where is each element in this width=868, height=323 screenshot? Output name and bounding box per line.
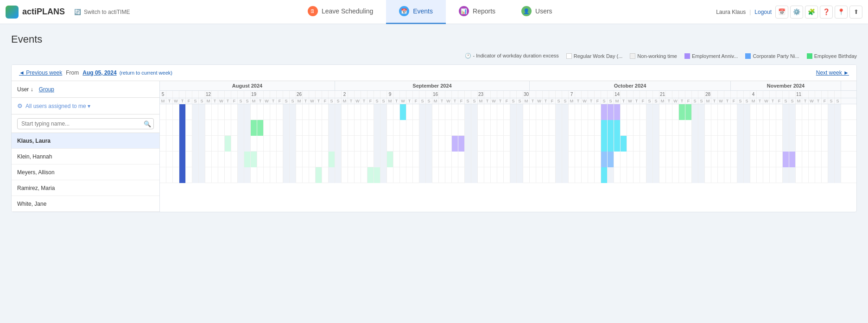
day-cell[interactable] — [335, 120, 342, 136]
day-cell[interactable] — [257, 104, 264, 120]
day-cell[interactable] — [432, 152, 439, 167]
day-cell[interactable] — [614, 167, 621, 183]
day-cell[interactable] — [432, 120, 439, 136]
day-cell[interactable] — [504, 152, 510, 167]
day-cell[interactable] — [750, 136, 757, 152]
day-cell[interactable] — [257, 152, 264, 167]
day-cell[interactable] — [179, 136, 186, 152]
day-cell[interactable] — [458, 104, 465, 120]
day-cell[interactable] — [679, 120, 685, 136]
day-cell[interactable] — [316, 136, 322, 152]
day-cell[interactable] — [510, 120, 517, 136]
day-cell[interactable] — [763, 120, 770, 136]
day-cell[interactable] — [458, 120, 465, 136]
day-cell[interactable] — [355, 120, 361, 136]
day-cell[interactable] — [685, 152, 692, 167]
day-cell[interactable] — [348, 152, 355, 167]
day-cell[interactable] — [504, 120, 510, 136]
user-row-3[interactable]: Ramirez, Maria — [12, 180, 159, 196]
day-cell[interactable] — [517, 136, 523, 152]
day-cell[interactable] — [796, 167, 802, 183]
day-cell[interactable] — [419, 120, 426, 136]
day-cell[interactable] — [270, 120, 277, 136]
day-cell[interactable] — [179, 104, 186, 120]
day-cell[interactable] — [497, 104, 504, 120]
day-cell[interactable] — [478, 136, 484, 152]
day-cell[interactable] — [659, 104, 666, 120]
day-cell[interactable] — [432, 104, 439, 120]
day-cell[interactable] — [549, 167, 556, 183]
day-cell[interactable] — [296, 167, 303, 183]
day-cell[interactable] — [711, 104, 718, 120]
day-cell[interactable] — [192, 120, 199, 136]
day-cell[interactable] — [588, 104, 595, 120]
day-cell[interactable] — [322, 136, 329, 152]
day-cell[interactable] — [186, 136, 192, 152]
day-cell[interactable] — [212, 104, 218, 120]
day-cell[interactable] — [218, 167, 225, 183]
day-cell[interactable] — [627, 104, 634, 120]
day-cell[interactable] — [718, 167, 724, 183]
day-cell[interactable] — [575, 167, 582, 183]
day-cell[interactable] — [355, 152, 361, 167]
day-cell[interactable] — [426, 167, 432, 183]
day-cell[interactable] — [231, 104, 238, 120]
day-cell[interactable] — [348, 104, 355, 120]
day-cell[interactable] — [705, 136, 711, 152]
day-cell[interactable] — [497, 120, 504, 136]
day-cell[interactable] — [575, 104, 582, 120]
day-cell[interactable] — [166, 104, 173, 120]
day-cell[interactable] — [458, 167, 465, 183]
day-cell[interactable] — [666, 120, 672, 136]
day-cell[interactable] — [685, 167, 692, 183]
day-cell[interactable] — [335, 136, 342, 152]
day-cell[interactable] — [517, 152, 523, 167]
day-cell[interactable] — [737, 152, 744, 167]
day-cell[interactable] — [562, 136, 569, 152]
day-cell[interactable] — [290, 152, 296, 167]
day-cell[interactable] — [549, 136, 556, 152]
day-cell[interactable] — [342, 104, 348, 120]
day-cell[interactable] — [666, 104, 672, 120]
day-cell[interactable] — [186, 152, 192, 167]
settings-icon[interactable]: ⚙️ — [790, 6, 803, 19]
day-cell[interactable] — [640, 152, 646, 167]
day-cell[interactable] — [316, 167, 322, 183]
day-cell[interactable] — [588, 152, 595, 167]
day-cell[interactable] — [244, 152, 251, 167]
day-cell[interactable] — [439, 104, 445, 120]
day-cell[interactable] — [406, 120, 413, 136]
day-cell[interactable] — [471, 136, 478, 152]
day-cell[interactable] — [750, 120, 757, 136]
day-cell[interactable] — [251, 136, 257, 152]
day-cell[interactable] — [296, 136, 303, 152]
day-cell[interactable] — [510, 136, 517, 152]
day-cell[interactable] — [387, 104, 393, 120]
day-cell[interactable] — [523, 136, 530, 152]
day-cell[interactable] — [225, 120, 231, 136]
day-cell[interactable] — [556, 152, 562, 167]
day-cell[interactable] — [497, 136, 504, 152]
day-cell[interactable] — [231, 167, 238, 183]
day-cell[interactable] — [789, 120, 796, 136]
current-date[interactable]: Aug 05, 2024 — [82, 70, 116, 76]
day-cell[interactable] — [698, 120, 705, 136]
day-cell[interactable] — [783, 167, 789, 183]
user-row-4[interactable]: White, Jane — [12, 196, 159, 212]
day-cell[interactable] — [679, 167, 685, 183]
day-cell[interactable] — [789, 152, 796, 167]
day-cell[interactable] — [685, 104, 692, 120]
day-cell[interactable] — [296, 152, 303, 167]
day-cell[interactable] — [329, 104, 335, 120]
day-cell[interactable] — [283, 152, 290, 167]
day-cell[interactable] — [646, 120, 653, 136]
search-icon-button[interactable]: 🔍 — [144, 120, 151, 127]
day-cell[interactable] — [192, 136, 199, 152]
day-cell[interactable] — [835, 104, 841, 120]
day-cell[interactable] — [160, 120, 166, 136]
day-cell[interactable] — [504, 167, 510, 183]
day-cell[interactable] — [335, 104, 342, 120]
day-cell[interactable] — [413, 104, 419, 120]
day-cell[interactable] — [173, 152, 179, 167]
day-cell[interactable] — [329, 152, 335, 167]
